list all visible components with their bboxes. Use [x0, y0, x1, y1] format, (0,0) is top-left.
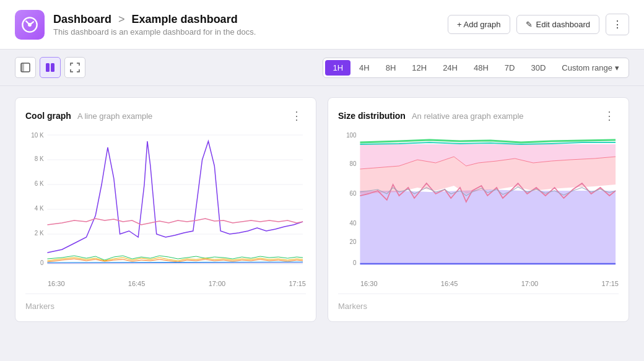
size-dist-subtitle: An relative area graph example	[412, 111, 524, 121]
cool-graph-svg: 10 K 8 K 6 K 4 K 2 K 0	[25, 129, 306, 277]
time-btn-custom[interactable]: Custom range ▾	[554, 60, 627, 76]
chevron-down-icon: ▾	[615, 63, 619, 72]
x-label-1715: 17:15	[289, 280, 306, 287]
header-actions: + Add graph ✎ Edit dashboard ⋮	[448, 14, 629, 35]
svg-text:60: 60	[350, 190, 357, 197]
size-dist-markers-label: Markers	[338, 302, 367, 311]
breadcrumb-start: Dashboard	[53, 13, 111, 25]
dashboard-icon-container	[15, 10, 45, 40]
svg-rect-5	[51, 63, 54, 72]
time-btn-4h[interactable]: 4H	[352, 60, 377, 76]
svg-text:20: 20	[350, 238, 357, 245]
breadcrumb-end: Example dashboard	[132, 13, 238, 25]
fullscreen-icon	[70, 63, 80, 72]
cool-graph-card: Cool graph A line graph example ⋮ 10 K 8…	[15, 97, 316, 322]
time-btn-8h[interactable]: 8H	[378, 60, 404, 76]
svg-text:0: 0	[353, 259, 357, 266]
double-panel-icon	[45, 63, 55, 72]
custom-range-label: Custom range	[562, 63, 612, 72]
double-panel-btn[interactable]	[40, 57, 61, 78]
time-btn-12h[interactable]: 12H	[404, 60, 434, 76]
size-dist-header: Size distribution An relative area graph…	[338, 108, 619, 124]
add-graph-button[interactable]: + Add graph	[448, 15, 510, 34]
time-btn-1h[interactable]: 1H	[325, 60, 350, 76]
cool-graph-chart: 10 K 8 K 6 K 4 K 2 K 0	[25, 129, 306, 277]
x-label2-1715: 17:15	[601, 280, 619, 287]
header-title-group: Dashboard > Example dashboard This dashb…	[53, 13, 256, 37]
x-label2-1630: 16:30	[360, 280, 378, 287]
header-subtitle: This dashboard is an example dashboard f…	[53, 27, 256, 37]
svg-text:40: 40	[350, 220, 357, 227]
size-dist-x-labels: 16:30 16:45 17:00 17:15	[338, 280, 619, 287]
cool-graph-title-row: Cool graph A line graph example	[25, 111, 152, 121]
cool-graph-markers-label: Markers	[25, 302, 54, 311]
time-btn-24h[interactable]: 24H	[435, 60, 465, 76]
svg-rect-3	[21, 63, 24, 72]
cool-graph-subtitle: A line graph example	[77, 111, 152, 121]
time-btn-48h[interactable]: 48H	[466, 60, 496, 76]
svg-text:0: 0	[40, 259, 44, 266]
svg-text:100: 100	[346, 132, 357, 139]
svg-text:10 K: 10 K	[31, 132, 44, 139]
breadcrumb-sep: >	[118, 13, 125, 25]
single-panel-icon	[20, 63, 30, 72]
svg-text:6 K: 6 K	[35, 180, 44, 187]
header-left: Dashboard > Example dashboard This dashb…	[15, 10, 256, 40]
size-dist-menu-button[interactable]: ⋮	[600, 108, 619, 124]
size-dist-svg: 100 80 60 40 20 0	[338, 129, 619, 277]
size-dist-title: Size distribution	[338, 111, 406, 121]
more-options-button[interactable]: ⋮	[606, 14, 629, 35]
svg-text:8 K: 8 K	[35, 155, 44, 162]
svg-text:80: 80	[350, 160, 357, 167]
page-header: Dashboard > Example dashboard This dashb…	[0, 0, 644, 50]
x-label-1630: 16:30	[48, 280, 65, 287]
edit-dashboard-label: Edit dashboard	[536, 20, 590, 29]
svg-point-1	[28, 24, 31, 26]
x-label-1645: 16:45	[128, 280, 146, 287]
size-dist-graph-card: Size distribution An relative area graph…	[328, 97, 629, 322]
cool-graph-markers: Markers	[25, 294, 306, 311]
cool-graph-menu-button[interactable]: ⋮	[287, 108, 306, 124]
toolbar-left	[15, 57, 85, 78]
speedometer-icon	[21, 16, 38, 33]
edit-dashboard-button[interactable]: ✎ Edit dashboard	[516, 15, 599, 34]
x-label2-1645: 16:45	[441, 280, 458, 287]
size-dist-chart: 100 80 60 40 20 0	[338, 129, 619, 277]
svg-rect-4	[46, 63, 50, 72]
edit-icon: ✎	[526, 20, 533, 29]
x-label-1700: 17:00	[209, 280, 226, 287]
content-area: Cool graph A line graph example ⋮ 10 K 8…	[0, 86, 644, 333]
svg-text:2 K: 2 K	[35, 230, 44, 237]
svg-marker-24	[360, 189, 616, 264]
time-range-bar: 1H 4H 8H 12H 24H 48H 7D 30D Custom range…	[323, 58, 629, 78]
size-dist-markers: Markers	[338, 294, 619, 311]
breadcrumb: Dashboard > Example dashboard	[53, 13, 256, 26]
svg-text:4 K: 4 K	[35, 205, 44, 212]
cool-graph-title: Cool graph	[25, 111, 71, 121]
fullscreen-btn[interactable]	[64, 57, 85, 78]
time-btn-30d[interactable]: 30D	[523, 60, 553, 76]
x-label2-1700: 17:00	[521, 280, 539, 287]
time-btn-7d[interactable]: 7D	[497, 60, 523, 76]
cool-graph-x-labels: 16:30 16:45 17:00 17:15	[25, 280, 306, 287]
cool-graph-header: Cool graph A line graph example ⋮	[25, 108, 306, 124]
toolbar: 1H 4H 8H 12H 24H 48H 7D 30D Custom range…	[0, 50, 644, 86]
size-dist-title-row: Size distribution An relative area graph…	[338, 111, 524, 121]
single-panel-btn[interactable]	[15, 57, 36, 78]
